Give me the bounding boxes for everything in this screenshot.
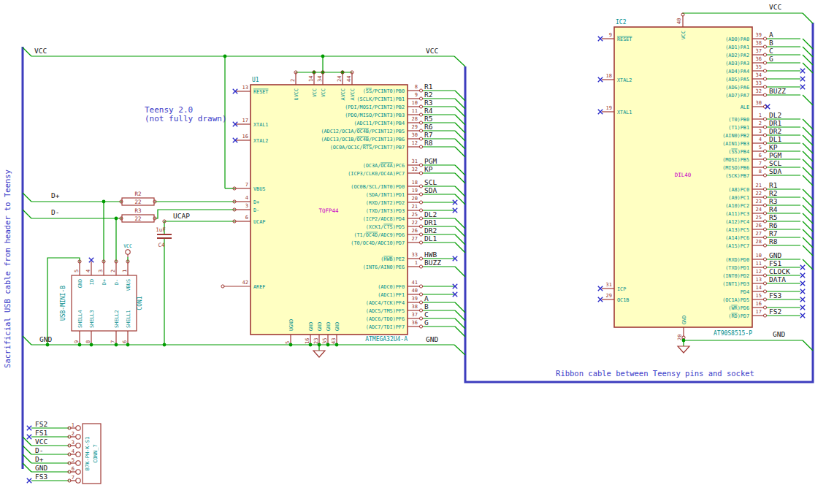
- net-label: FS3: [769, 291, 781, 299]
- pin-number: 12: [756, 269, 762, 275]
- junction-dot: [102, 200, 106, 204]
- pin-name: PD4: [741, 289, 749, 295]
- pin-name: (INT6/AIN0)PE6: [363, 264, 405, 270]
- bus-entry: [803, 213, 813, 224]
- pin-name: (ADC4/TCK)PF4: [366, 300, 405, 306]
- pin-name: UGND: [288, 319, 294, 331]
- bus-entry: [455, 234, 465, 245]
- pin-number: 26: [756, 223, 762, 229]
- con1-reference: CON1: [137, 296, 143, 310]
- pin-name: (OC0B/SCL/INT0)PD0: [351, 184, 405, 190]
- bus-entry: [803, 39, 813, 49]
- bus-entry: [454, 345, 465, 355]
- pin-number: 1: [122, 270, 128, 272]
- net-label: R6: [424, 123, 433, 131]
- bus-entry: [803, 167, 813, 177]
- net-label: CLOCK: [769, 267, 790, 275]
- pin-name: (SS/PCINT0)PB0: [363, 88, 405, 94]
- bus-entry: [455, 218, 465, 229]
- pin-name: XTAL2: [253, 138, 268, 144]
- u1-part-name: ATMEGA32U4-A: [365, 336, 408, 343]
- pin-end-circle: [763, 37, 766, 40]
- net-label: R7: [769, 229, 777, 237]
- pin-name: VBUS: [253, 186, 265, 192]
- bus-entry: [455, 131, 465, 141]
- pin-end-circle: [419, 265, 422, 268]
- junction-dot: [326, 343, 330, 347]
- pin-number: 27: [412, 236, 418, 242]
- bus-entry: [803, 47, 813, 57]
- pin-number: 41: [412, 280, 418, 286]
- pin-name: (AD1)PA1: [725, 45, 749, 50]
- bus-entry: [803, 237, 813, 248]
- pin-name: (PDI/MOSI/PCINT2)PB2: [345, 104, 405, 110]
- net-label: FS1: [35, 429, 47, 437]
- pin-name: AREF: [253, 284, 265, 290]
- pin-number: 11: [756, 261, 762, 267]
- bus-entry: [803, 245, 813, 256]
- pin-end-circle: [763, 220, 766, 223]
- bus-entry: [803, 55, 813, 65]
- conn7-pad: [76, 426, 80, 430]
- net-label: SCL: [424, 178, 437, 186]
- junction-dot: [163, 343, 167, 347]
- conn7-pad: [76, 470, 80, 474]
- junction-dot: [46, 343, 50, 347]
- pin-number: 32: [412, 167, 418, 172]
- pin-number: 8: [85, 340, 91, 343]
- conn7-pad: [76, 452, 80, 457]
- pin-number: 30: [412, 132, 418, 138]
- pin-end-circle: [763, 158, 766, 161]
- pin-end-circle: [763, 69, 766, 72]
- pin-name: (A12)PC4: [725, 219, 749, 225]
- bus-entry: [23, 454, 31, 463]
- bus-entry: [455, 173, 465, 183]
- bus-entry: [803, 151, 813, 161]
- net-label-gnd: GND: [426, 335, 438, 343]
- pin-end-circle: [419, 89, 422, 92]
- schematic-page: U1TQFP44ATMEGA32U4-A13RESET17XTAL116XTAL…: [0, 0, 826, 504]
- pin-name: UCAP: [253, 219, 265, 225]
- pin-number: 28: [412, 116, 418, 122]
- pin-end-circle: [419, 301, 422, 304]
- pin-name: (MOSI)PB5: [722, 157, 749, 163]
- net-label: G: [769, 55, 773, 63]
- net-label: A: [424, 294, 429, 302]
- conn7-pad: [76, 461, 80, 465]
- net-label: D-: [35, 446, 43, 454]
- bus-entry: [455, 91, 465, 101]
- junction-dot: [309, 343, 313, 347]
- pin-number: 4: [245, 195, 248, 201]
- net-label: KP: [424, 165, 433, 173]
- bus-entry: [803, 221, 813, 232]
- pin-end-circle: [419, 233, 422, 236]
- pin-number: 2: [759, 121, 762, 126]
- pin-name: (ICP3/CLK0/OC4A)PC7: [348, 171, 405, 177]
- pin-name: D-: [253, 207, 259, 213]
- pin-end-circle: [763, 314, 766, 317]
- conn7-pad: [76, 478, 80, 483]
- junction-dot: [115, 217, 118, 221]
- pin-end-circle: [419, 241, 422, 244]
- pin-end-circle: [419, 164, 422, 167]
- pin-name: SHELL4: [77, 310, 83, 328]
- pin-number: 25: [756, 215, 762, 221]
- pin-name: VCC: [681, 31, 687, 39]
- u1-reference: U1: [252, 77, 259, 83]
- pin-name: RESET: [253, 89, 268, 95]
- pin-number: 5: [74, 270, 80, 272]
- pin-name: (INT0)PD2: [722, 273, 749, 279]
- net-label: DATA: [769, 275, 786, 283]
- pin-number: 14: [756, 285, 762, 291]
- pin-name: (OC0A/OC1C/RTS/PCINT7)PB7: [330, 145, 405, 150]
- net-label: C: [424, 310, 429, 318]
- junction-dot: [126, 343, 130, 347]
- bus-entry: [455, 318, 465, 329]
- net-label: PGM: [769, 151, 781, 159]
- pin-end-circle: [763, 188, 766, 191]
- pin-name: GND: [681, 316, 687, 324]
- pin-number: 35: [322, 338, 328, 344]
- pin-number: 38: [756, 40, 762, 46]
- pin-number: 2: [110, 270, 116, 272]
- bus-entry: [803, 189, 813, 199]
